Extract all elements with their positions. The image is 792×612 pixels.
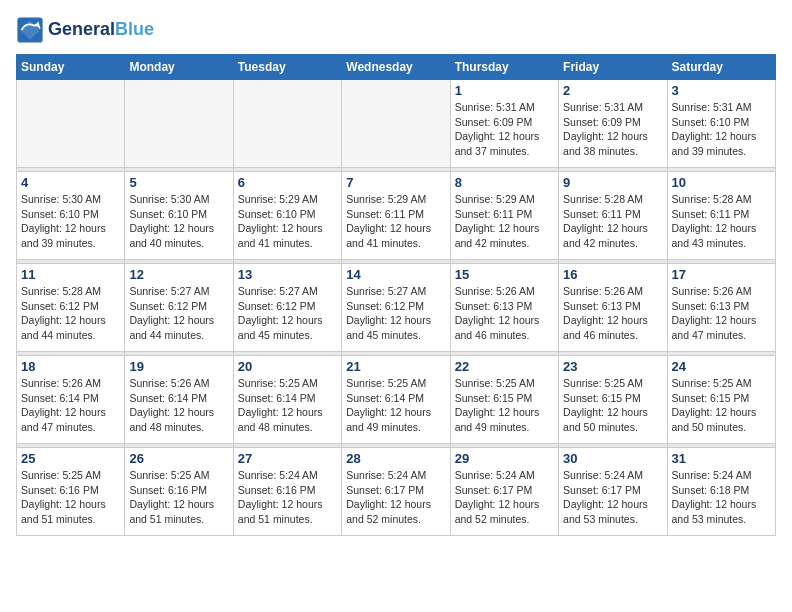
day-number: 15	[455, 267, 554, 282]
day-info: Sunrise: 5:29 AM Sunset: 6:11 PM Dayligh…	[455, 192, 554, 251]
calendar-cell: 15Sunrise: 5:26 AM Sunset: 6:13 PM Dayli…	[450, 264, 558, 352]
calendar-cell: 23Sunrise: 5:25 AM Sunset: 6:15 PM Dayli…	[559, 356, 667, 444]
day-number: 5	[129, 175, 228, 190]
day-number: 1	[455, 83, 554, 98]
calendar-cell: 21Sunrise: 5:25 AM Sunset: 6:14 PM Dayli…	[342, 356, 450, 444]
calendar-cell	[125, 80, 233, 168]
day-info: Sunrise: 5:25 AM Sunset: 6:15 PM Dayligh…	[672, 376, 771, 435]
day-info: Sunrise: 5:27 AM Sunset: 6:12 PM Dayligh…	[129, 284, 228, 343]
day-info: Sunrise: 5:24 AM Sunset: 6:18 PM Dayligh…	[672, 468, 771, 527]
calendar-cell	[233, 80, 341, 168]
calendar-cell: 30Sunrise: 5:24 AM Sunset: 6:17 PM Dayli…	[559, 448, 667, 536]
day-number: 7	[346, 175, 445, 190]
calendar-cell: 2Sunrise: 5:31 AM Sunset: 6:09 PM Daylig…	[559, 80, 667, 168]
day-number: 13	[238, 267, 337, 282]
day-info: Sunrise: 5:31 AM Sunset: 6:09 PM Dayligh…	[455, 100, 554, 159]
calendar-cell: 12Sunrise: 5:27 AM Sunset: 6:12 PM Dayli…	[125, 264, 233, 352]
day-header-saturday: Saturday	[667, 55, 775, 80]
calendar-cell: 7Sunrise: 5:29 AM Sunset: 6:11 PM Daylig…	[342, 172, 450, 260]
calendar-cell: 10Sunrise: 5:28 AM Sunset: 6:11 PM Dayli…	[667, 172, 775, 260]
day-info: Sunrise: 5:26 AM Sunset: 6:13 PM Dayligh…	[672, 284, 771, 343]
day-info: Sunrise: 5:29 AM Sunset: 6:11 PM Dayligh…	[346, 192, 445, 251]
day-number: 20	[238, 359, 337, 374]
day-number: 25	[21, 451, 120, 466]
logo: GeneralBlue	[16, 16, 154, 44]
calendar-cell	[17, 80, 125, 168]
day-info: Sunrise: 5:25 AM Sunset: 6:14 PM Dayligh…	[238, 376, 337, 435]
calendar-cell: 1Sunrise: 5:31 AM Sunset: 6:09 PM Daylig…	[450, 80, 558, 168]
calendar-cell: 3Sunrise: 5:31 AM Sunset: 6:10 PM Daylig…	[667, 80, 775, 168]
day-number: 4	[21, 175, 120, 190]
day-number: 11	[21, 267, 120, 282]
day-number: 14	[346, 267, 445, 282]
calendar-cell: 22Sunrise: 5:25 AM Sunset: 6:15 PM Dayli…	[450, 356, 558, 444]
day-number: 28	[346, 451, 445, 466]
calendar-cell: 8Sunrise: 5:29 AM Sunset: 6:11 PM Daylig…	[450, 172, 558, 260]
calendar-header-row: SundayMondayTuesdayWednesdayThursdayFrid…	[17, 55, 776, 80]
day-number: 29	[455, 451, 554, 466]
calendar-cell: 9Sunrise: 5:28 AM Sunset: 6:11 PM Daylig…	[559, 172, 667, 260]
day-info: Sunrise: 5:28 AM Sunset: 6:12 PM Dayligh…	[21, 284, 120, 343]
calendar-cell: 11Sunrise: 5:28 AM Sunset: 6:12 PM Dayli…	[17, 264, 125, 352]
day-header-monday: Monday	[125, 55, 233, 80]
day-info: Sunrise: 5:25 AM Sunset: 6:14 PM Dayligh…	[346, 376, 445, 435]
day-info: Sunrise: 5:29 AM Sunset: 6:10 PM Dayligh…	[238, 192, 337, 251]
day-header-thursday: Thursday	[450, 55, 558, 80]
calendar-cell: 16Sunrise: 5:26 AM Sunset: 6:13 PM Dayli…	[559, 264, 667, 352]
day-info: Sunrise: 5:31 AM Sunset: 6:09 PM Dayligh…	[563, 100, 662, 159]
day-info: Sunrise: 5:28 AM Sunset: 6:11 PM Dayligh…	[672, 192, 771, 251]
day-info: Sunrise: 5:31 AM Sunset: 6:10 PM Dayligh…	[672, 100, 771, 159]
day-number: 8	[455, 175, 554, 190]
calendar-week-2: 4Sunrise: 5:30 AM Sunset: 6:10 PM Daylig…	[17, 172, 776, 260]
calendar-cell: 26Sunrise: 5:25 AM Sunset: 6:16 PM Dayli…	[125, 448, 233, 536]
day-info: Sunrise: 5:30 AM Sunset: 6:10 PM Dayligh…	[129, 192, 228, 251]
day-header-sunday: Sunday	[17, 55, 125, 80]
calendar-week-3: 11Sunrise: 5:28 AM Sunset: 6:12 PM Dayli…	[17, 264, 776, 352]
day-number: 30	[563, 451, 662, 466]
calendar-week-5: 25Sunrise: 5:25 AM Sunset: 6:16 PM Dayli…	[17, 448, 776, 536]
day-number: 17	[672, 267, 771, 282]
day-header-tuesday: Tuesday	[233, 55, 341, 80]
day-info: Sunrise: 5:25 AM Sunset: 6:16 PM Dayligh…	[129, 468, 228, 527]
calendar-cell: 18Sunrise: 5:26 AM Sunset: 6:14 PM Dayli…	[17, 356, 125, 444]
calendar-cell: 24Sunrise: 5:25 AM Sunset: 6:15 PM Dayli…	[667, 356, 775, 444]
calendar-cell: 6Sunrise: 5:29 AM Sunset: 6:10 PM Daylig…	[233, 172, 341, 260]
calendar-cell: 20Sunrise: 5:25 AM Sunset: 6:14 PM Dayli…	[233, 356, 341, 444]
day-number: 27	[238, 451, 337, 466]
calendar-cell: 14Sunrise: 5:27 AM Sunset: 6:12 PM Dayli…	[342, 264, 450, 352]
day-info: Sunrise: 5:25 AM Sunset: 6:16 PM Dayligh…	[21, 468, 120, 527]
calendar-cell	[342, 80, 450, 168]
day-info: Sunrise: 5:27 AM Sunset: 6:12 PM Dayligh…	[238, 284, 337, 343]
page-header: GeneralBlue	[16, 16, 776, 44]
calendar-cell: 4Sunrise: 5:30 AM Sunset: 6:10 PM Daylig…	[17, 172, 125, 260]
day-info: Sunrise: 5:30 AM Sunset: 6:10 PM Dayligh…	[21, 192, 120, 251]
calendar-cell: 17Sunrise: 5:26 AM Sunset: 6:13 PM Dayli…	[667, 264, 775, 352]
day-info: Sunrise: 5:25 AM Sunset: 6:15 PM Dayligh…	[455, 376, 554, 435]
day-header-wednesday: Wednesday	[342, 55, 450, 80]
day-number: 9	[563, 175, 662, 190]
day-info: Sunrise: 5:28 AM Sunset: 6:11 PM Dayligh…	[563, 192, 662, 251]
logo-icon	[16, 16, 44, 44]
day-number: 6	[238, 175, 337, 190]
calendar-table: SundayMondayTuesdayWednesdayThursdayFrid…	[16, 54, 776, 536]
day-header-friday: Friday	[559, 55, 667, 80]
day-info: Sunrise: 5:27 AM Sunset: 6:12 PM Dayligh…	[346, 284, 445, 343]
day-info: Sunrise: 5:24 AM Sunset: 6:16 PM Dayligh…	[238, 468, 337, 527]
calendar-cell: 31Sunrise: 5:24 AM Sunset: 6:18 PM Dayli…	[667, 448, 775, 536]
calendar-cell: 27Sunrise: 5:24 AM Sunset: 6:16 PM Dayli…	[233, 448, 341, 536]
day-info: Sunrise: 5:26 AM Sunset: 6:13 PM Dayligh…	[563, 284, 662, 343]
day-number: 21	[346, 359, 445, 374]
calendar-cell: 25Sunrise: 5:25 AM Sunset: 6:16 PM Dayli…	[17, 448, 125, 536]
calendar-cell: 19Sunrise: 5:26 AM Sunset: 6:14 PM Dayli…	[125, 356, 233, 444]
calendar-cell: 29Sunrise: 5:24 AM Sunset: 6:17 PM Dayli…	[450, 448, 558, 536]
day-number: 19	[129, 359, 228, 374]
day-info: Sunrise: 5:26 AM Sunset: 6:13 PM Dayligh…	[455, 284, 554, 343]
day-number: 26	[129, 451, 228, 466]
day-number: 12	[129, 267, 228, 282]
day-number: 24	[672, 359, 771, 374]
day-number: 23	[563, 359, 662, 374]
day-number: 31	[672, 451, 771, 466]
day-number: 10	[672, 175, 771, 190]
calendar-cell: 13Sunrise: 5:27 AM Sunset: 6:12 PM Dayli…	[233, 264, 341, 352]
day-number: 2	[563, 83, 662, 98]
